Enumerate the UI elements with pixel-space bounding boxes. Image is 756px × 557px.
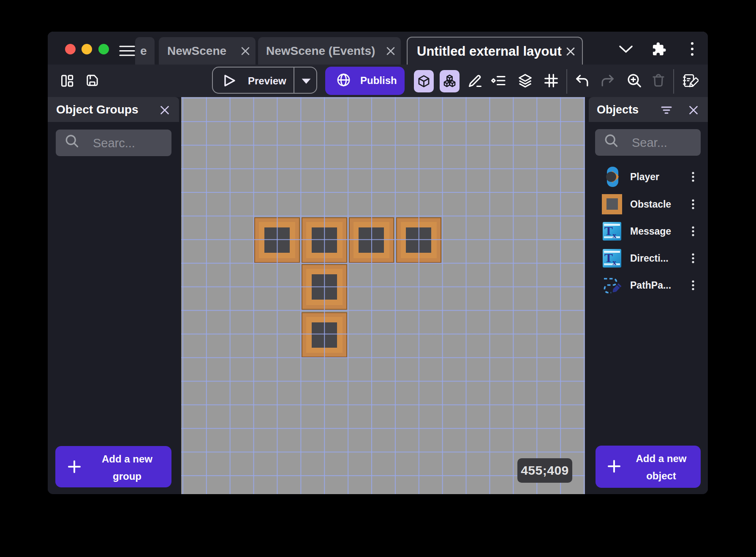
svg-text:x: x bbox=[612, 231, 617, 240]
svg-text:x: x bbox=[612, 258, 617, 267]
svg-text:T: T bbox=[604, 251, 613, 265]
svg-text:T: T bbox=[604, 224, 613, 238]
